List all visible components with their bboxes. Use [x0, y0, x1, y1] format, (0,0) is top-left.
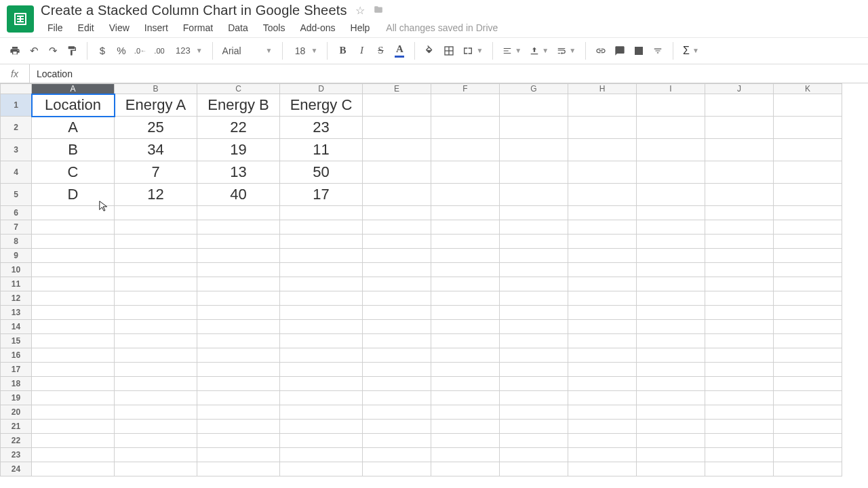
- cell-K12[interactable]: [774, 291, 842, 306]
- row-header-17[interactable]: 17: [1, 363, 32, 377]
- cell-D3[interactable]: 11: [280, 139, 363, 161]
- cell-E14[interactable]: [363, 320, 431, 334]
- cell-D21[interactable]: [280, 420, 363, 434]
- cell-A11[interactable]: [32, 277, 115, 291]
- strikethrough-icon[interactable]: S: [371, 41, 390, 60]
- select-all-corner[interactable]: [1, 84, 32, 94]
- cell-C7[interactable]: [197, 220, 280, 235]
- cell-I19[interactable]: [637, 391, 705, 405]
- cell-F19[interactable]: [431, 391, 500, 405]
- cell-J2[interactable]: [705, 117, 774, 139]
- row-header-24[interactable]: 24: [1, 462, 32, 476]
- cell-H24[interactable]: [568, 462, 637, 476]
- cell-I17[interactable]: [637, 363, 705, 377]
- cell-B22[interactable]: [115, 434, 197, 448]
- row-header-21[interactable]: 21: [1, 420, 32, 434]
- cell-E12[interactable]: [363, 291, 431, 306]
- cell-K1[interactable]: [774, 94, 842, 117]
- cell-A17[interactable]: [32, 363, 115, 377]
- increase-decimal-icon[interactable]: .00: [150, 41, 169, 60]
- cell-A21[interactable]: [32, 420, 115, 434]
- document-title[interactable]: Create a Stacked Column Chart in Google …: [41, 3, 347, 18]
- merge-cells-dropdown[interactable]: ▼: [458, 41, 487, 60]
- cell-H12[interactable]: [568, 291, 637, 306]
- cell-B21[interactable]: [115, 420, 197, 434]
- text-color-icon[interactable]: A: [390, 41, 409, 60]
- cell-E13[interactable]: [363, 306, 431, 320]
- cell-A20[interactable]: [32, 405, 115, 420]
- cell-D19[interactable]: [280, 391, 363, 405]
- menu-view[interactable]: View: [102, 21, 136, 35]
- cell-B11[interactable]: [115, 277, 197, 291]
- menu-tools[interactable]: Tools: [256, 21, 292, 35]
- cell-C22[interactable]: [197, 434, 280, 448]
- cell-G9[interactable]: [500, 249, 568, 263]
- cell-B14[interactable]: [115, 320, 197, 334]
- cell-I24[interactable]: [637, 462, 705, 476]
- cell-F3[interactable]: [431, 139, 500, 161]
- cell-K19[interactable]: [774, 391, 842, 405]
- cell-G21[interactable]: [500, 420, 568, 434]
- cell-K13[interactable]: [774, 306, 842, 320]
- cell-B15[interactable]: [115, 334, 197, 348]
- cell-J16[interactable]: [705, 348, 774, 363]
- cell-A5[interactable]: D: [32, 184, 115, 206]
- cell-D7[interactable]: [280, 220, 363, 235]
- redo-icon[interactable]: ↷: [43, 41, 62, 60]
- cell-C20[interactable]: [197, 405, 280, 420]
- cell-K23[interactable]: [774, 448, 842, 462]
- cell-I14[interactable]: [637, 320, 705, 334]
- cell-I8[interactable]: [637, 235, 705, 249]
- cell-H11[interactable]: [568, 277, 637, 291]
- cell-A8[interactable]: [32, 235, 115, 249]
- undo-icon[interactable]: ↶: [24, 41, 43, 60]
- cell-C6[interactable]: [197, 206, 280, 220]
- formula-input[interactable]: Location: [30, 64, 868, 83]
- cell-H13[interactable]: [568, 306, 637, 320]
- cell-K18[interactable]: [774, 377, 842, 391]
- cell-D18[interactable]: [280, 377, 363, 391]
- cell-A6[interactable]: [32, 206, 115, 220]
- cell-C11[interactable]: [197, 277, 280, 291]
- cell-C9[interactable]: [197, 249, 280, 263]
- spreadsheet-grid[interactable]: ABCDEFGHIJK1LocationEnergy AEnergy BEner…: [0, 83, 868, 476]
- cell-K17[interactable]: [774, 363, 842, 377]
- cell-H8[interactable]: [568, 235, 637, 249]
- cell-C19[interactable]: [197, 391, 280, 405]
- cell-J8[interactable]: [705, 235, 774, 249]
- cell-I18[interactable]: [637, 377, 705, 391]
- cell-H10[interactable]: [568, 263, 637, 277]
- cell-J23[interactable]: [705, 448, 774, 462]
- cell-K10[interactable]: [774, 263, 842, 277]
- cell-F9[interactable]: [431, 249, 500, 263]
- cell-A4[interactable]: C: [32, 161, 115, 184]
- cell-C17[interactable]: [197, 363, 280, 377]
- cell-G13[interactable]: [500, 306, 568, 320]
- column-header-H[interactable]: H: [568, 84, 637, 94]
- cell-D22[interactable]: [280, 434, 363, 448]
- cell-J18[interactable]: [705, 377, 774, 391]
- cell-J10[interactable]: [705, 263, 774, 277]
- cell-C15[interactable]: [197, 334, 280, 348]
- cell-K20[interactable]: [774, 405, 842, 420]
- cell-E6[interactable]: [363, 206, 431, 220]
- cell-F21[interactable]: [431, 420, 500, 434]
- cell-C23[interactable]: [197, 448, 280, 462]
- cell-G17[interactable]: [500, 363, 568, 377]
- cell-G20[interactable]: [500, 405, 568, 420]
- cell-B5[interactable]: 12: [115, 184, 197, 206]
- cell-H19[interactable]: [568, 391, 637, 405]
- cell-J22[interactable]: [705, 434, 774, 448]
- cell-G23[interactable]: [500, 448, 568, 462]
- cell-B9[interactable]: [115, 249, 197, 263]
- cell-C1[interactable]: Energy B: [197, 94, 280, 117]
- menu-insert[interactable]: Insert: [138, 21, 175, 35]
- cell-C18[interactable]: [197, 377, 280, 391]
- row-header-18[interactable]: 18: [1, 377, 32, 391]
- cell-F23[interactable]: [431, 448, 500, 462]
- cell-F22[interactable]: [431, 434, 500, 448]
- cell-A15[interactable]: [32, 334, 115, 348]
- cell-E3[interactable]: [363, 139, 431, 161]
- cell-A1[interactable]: Location: [32, 94, 115, 117]
- row-header-5[interactable]: 5: [1, 184, 32, 206]
